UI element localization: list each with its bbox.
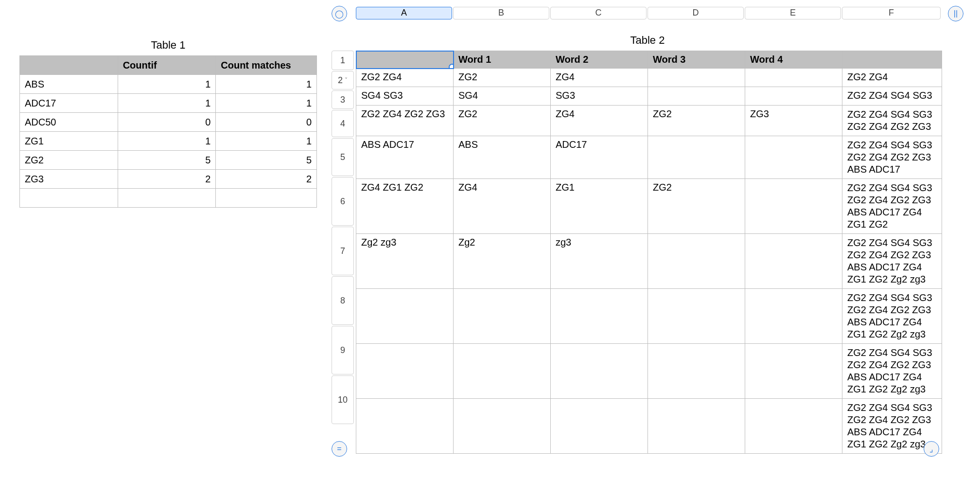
t2-cell[interactable]: Zg2 zg3 — [356, 234, 454, 289]
t2-cell[interactable]: ZG2 — [648, 179, 745, 234]
t2-cell[interactable] — [745, 234, 842, 289]
table2[interactable]: Word 1Word 2Word 3Word 4 ZG2 ZG4ZG2ZG4ZG… — [356, 51, 942, 454]
t2-cell[interactable] — [454, 289, 551, 344]
table-row[interactable]: ADC1711 — [20, 94, 317, 113]
table1[interactable]: Countif Count matches ABS11ADC1711ADC500… — [19, 55, 317, 208]
t1-cell-label[interactable]: ZG3 — [20, 170, 118, 189]
table-row[interactable]: ZG2 ZG4 SG4 SG3 ZG2 ZG4 ZG2 ZG3 ABS ADC1… — [356, 289, 942, 344]
t2-cell[interactable] — [648, 234, 745, 289]
t2-cell[interactable]: zg3 — [551, 234, 648, 289]
table-row[interactable]: ZG2 ZG4ZG2ZG4ZG2 ZG4 — [356, 69, 942, 87]
t2-cell[interactable] — [745, 179, 842, 234]
t1-cell-matches[interactable]: 0 — [216, 113, 317, 132]
t1-cell-label[interactable]: ZG2 — [20, 151, 118, 170]
t2-cell[interactable] — [745, 136, 842, 179]
t1-cell-label[interactable] — [20, 189, 118, 208]
t2-cell[interactable]: ZG2 ZG4 — [842, 69, 942, 87]
t1-cell-matches[interactable]: 1 — [216, 132, 317, 151]
t2-cell[interactable]: ABS — [454, 136, 551, 179]
row-number-8[interactable]: 8 — [332, 276, 354, 325]
column-header-E[interactable]: E — [745, 7, 841, 19]
t2-cell[interactable] — [745, 399, 842, 454]
row-number-3[interactable]: 3 — [332, 90, 354, 109]
table-row[interactable]: ZG2 ZG4 SG4 SG3 ZG2 ZG4 ZG2 ZG3 ABS ADC1… — [356, 399, 942, 454]
t2-cell[interactable] — [356, 344, 454, 399]
t2-cell[interactable] — [648, 344, 745, 399]
t1-cell-matches[interactable]: 2 — [216, 170, 317, 189]
t2-cell[interactable]: ZG4 — [551, 106, 648, 136]
t2-cell[interactable] — [648, 69, 745, 87]
t2-cell[interactable] — [648, 399, 745, 454]
t2-cell[interactable]: ZG2 — [648, 106, 745, 136]
t1-cell-label[interactable]: ABS — [20, 75, 118, 94]
row-number-9[interactable]: 9 — [332, 326, 354, 374]
t2-cell[interactable] — [648, 87, 745, 106]
column-header-D[interactable]: D — [648, 7, 744, 19]
table-row[interactable]: ABS11 — [20, 75, 317, 94]
table-row[interactable]: ZG255 — [20, 151, 317, 170]
t2-cell[interactable] — [551, 289, 648, 344]
resize-table-handle[interactable]: ⌟ — [924, 441, 939, 457]
column-header-B[interactable]: B — [453, 7, 549, 19]
table-row[interactable]: ZG111 — [20, 132, 317, 151]
t2-cell[interactable]: ZG1 — [551, 179, 648, 234]
t1-cell-countif[interactable]: 1 — [118, 132, 216, 151]
t2-cell[interactable]: ZG2 ZG4 SG4 SG3 ZG2 ZG4 ZG2 ZG3 ABS ADC1… — [842, 136, 942, 179]
t2-header-0[interactable] — [356, 51, 454, 69]
t2-header-3[interactable]: Word 3 — [648, 51, 745, 69]
add-column-handle[interactable]: || — [948, 6, 963, 21]
t1-header-countif[interactable]: Countif — [118, 56, 216, 75]
column-header-C[interactable]: C — [550, 7, 647, 19]
t1-cell-label[interactable]: ZG1 — [20, 132, 118, 151]
t2-cell[interactable]: SG3 — [551, 87, 648, 106]
t2-cell[interactable]: ABS ADC17 — [356, 136, 454, 179]
table-row[interactable] — [20, 189, 317, 208]
t2-cell[interactable] — [745, 289, 842, 344]
t2-cell[interactable]: Zg2 — [454, 234, 551, 289]
table-origin-handle[interactable]: ◯ — [332, 6, 347, 21]
t2-cell[interactable] — [356, 399, 454, 454]
t2-cell[interactable]: SG4 — [454, 87, 551, 106]
table-row[interactable]: ZG322 — [20, 170, 317, 189]
column-header-F[interactable]: F — [842, 7, 941, 19]
t1-cell-countif[interactable]: 1 — [118, 94, 216, 113]
t2-header-1[interactable]: Word 1 — [454, 51, 551, 69]
t2-cell[interactable]: ZG2 ZG4 SG4 SG3 ZG2 ZG4 ZG2 ZG3 — [842, 106, 942, 136]
column-header-A[interactable]: A — [356, 7, 452, 19]
t2-cell[interactable] — [454, 399, 551, 454]
t2-cell[interactable] — [551, 399, 648, 454]
row-number-6[interactable]: 6 — [332, 177, 354, 226]
t2-cell[interactable] — [648, 136, 745, 179]
t1-cell-countif[interactable]: 5 — [118, 151, 216, 170]
chevron-down-icon[interactable]: ˅ — [345, 77, 348, 84]
t2-cell[interactable]: ZG4 ZG1 ZG2 — [356, 179, 454, 234]
t2-header-2[interactable]: Word 2 — [551, 51, 648, 69]
t2-cell[interactable]: ZG4 — [454, 179, 551, 234]
row-number-gutter[interactable]: 12˅345678910 — [332, 51, 354, 425]
t1-header-matches[interactable]: Count matches — [216, 56, 317, 75]
table-row[interactable]: Zg2 zg3Zg2zg3ZG2 ZG4 SG4 SG3 ZG2 ZG4 ZG2… — [356, 234, 942, 289]
t2-cell[interactable]: ADC17 — [551, 136, 648, 179]
t2-cell[interactable]: ZG2 ZG4 SG4 SG3 — [842, 87, 942, 106]
t1-cell-countif[interactable]: 1 — [118, 75, 216, 94]
column-header-strip[interactable]: ABCDEF — [356, 6, 939, 19]
t2-cell[interactable]: ZG2 — [454, 106, 551, 136]
t2-cell[interactable] — [356, 289, 454, 344]
add-row-handle[interactable]: = — [332, 441, 347, 457]
table-row[interactable]: ZG2 ZG4 ZG2 ZG3ZG2ZG4ZG2ZG3ZG2 ZG4 SG4 S… — [356, 106, 942, 136]
t2-cell[interactable]: ZG2 ZG4 SG4 SG3 ZG2 ZG4 ZG2 ZG3 ABS ADC1… — [842, 179, 942, 234]
t2-cell[interactable]: ZG2 ZG4 — [356, 69, 454, 87]
table-row[interactable]: ZG2 ZG4 SG4 SG3 ZG2 ZG4 ZG2 ZG3 ABS ADC1… — [356, 344, 942, 399]
t2-cell[interactable] — [745, 344, 842, 399]
t2-cell[interactable] — [454, 344, 551, 399]
table-row[interactable]: SG4 SG3SG4SG3ZG2 ZG4 SG4 SG3 — [356, 87, 942, 106]
row-number-2[interactable]: 2˅ — [332, 71, 354, 89]
t1-cell-matches[interactable] — [216, 189, 317, 208]
t1-cell-matches[interactable]: 1 — [216, 94, 317, 113]
t1-cell-matches[interactable]: 5 — [216, 151, 317, 170]
t2-cell[interactable]: ZG2 ZG4 SG4 SG3 ZG2 ZG4 ZG2 ZG3 ABS ADC1… — [842, 344, 942, 399]
t1-cell-countif[interactable]: 2 — [118, 170, 216, 189]
t1-cell-countif[interactable] — [118, 189, 216, 208]
t2-cell[interactable] — [551, 344, 648, 399]
t1-cell-matches[interactable]: 1 — [216, 75, 317, 94]
